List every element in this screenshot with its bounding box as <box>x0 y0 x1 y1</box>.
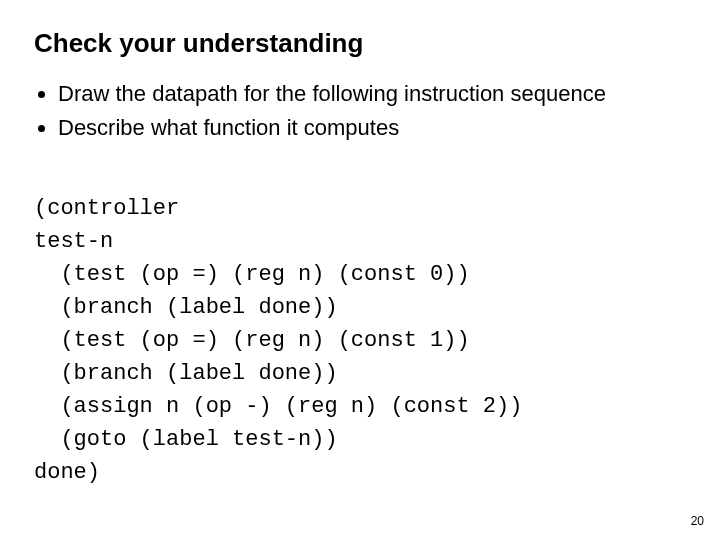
code-line: (branch (label done)) <box>34 361 338 386</box>
bullet-item: Describe what function it computes <box>58 113 686 143</box>
code-line: done) <box>34 460 100 485</box>
bullet-list: Draw the datapath for the following inst… <box>34 79 686 142</box>
page-number: 20 <box>691 514 704 528</box>
slide-title: Check your understanding <box>34 28 686 59</box>
bullet-item: Draw the datapath for the following inst… <box>58 79 686 109</box>
slide: Check your understanding Draw the datapa… <box>0 0 720 540</box>
code-line: test-n <box>34 229 113 254</box>
code-block: (controller test-n (test (op =) (reg n) … <box>34 159 686 489</box>
code-line: (test (op =) (reg n) (const 0)) <box>34 262 470 287</box>
code-line: (test (op =) (reg n) (const 1)) <box>34 328 470 353</box>
code-line: (controller <box>34 196 179 221</box>
code-line: (assign n (op -) (reg n) (const 2)) <box>34 394 522 419</box>
code-line: (branch (label done)) <box>34 295 338 320</box>
code-line: (goto (label test-n)) <box>34 427 338 452</box>
